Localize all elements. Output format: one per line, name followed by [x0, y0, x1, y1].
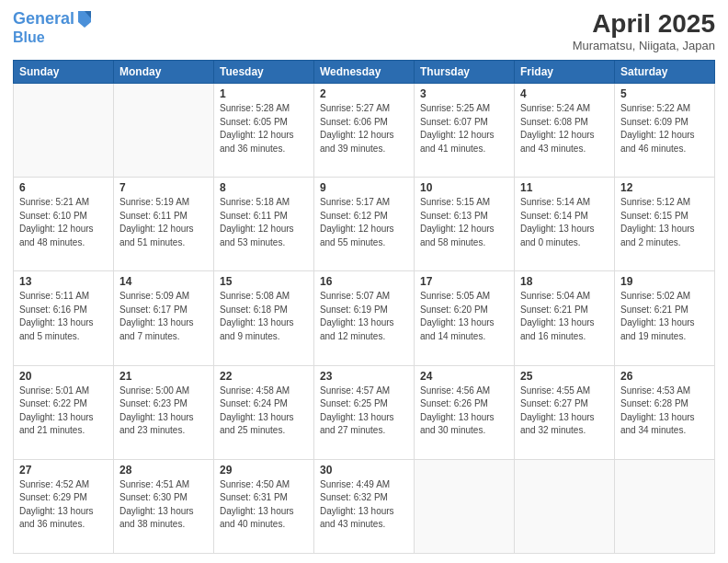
day-number: 13: [19, 275, 108, 288]
day-detail: Sunrise: 4:55 AM Sunset: 6:27 PM Dayligh…: [520, 385, 609, 438]
day-number: 26: [620, 370, 709, 383]
calendar-cell: 2Sunrise: 5:27 AM Sunset: 6:06 PM Daylig…: [314, 84, 415, 178]
day-detail: Sunrise: 5:17 AM Sunset: 6:12 PM Dayligh…: [320, 196, 408, 249]
calendar-cell: 12Sunrise: 5:12 AM Sunset: 6:15 PM Dayli…: [615, 178, 715, 271]
day-detail: Sunrise: 4:56 AM Sunset: 6:26 PM Dayligh…: [420, 385, 508, 438]
calendar-cell: 15Sunrise: 5:08 AM Sunset: 6:18 PM Dayli…: [214, 271, 314, 365]
day-number: 20: [19, 370, 108, 383]
day-detail: Sunrise: 5:08 AM Sunset: 6:18 PM Dayligh…: [220, 290, 308, 343]
calendar-cell: 16Sunrise: 5:07 AM Sunset: 6:19 PM Dayli…: [314, 271, 415, 365]
day-number: 19: [620, 275, 709, 288]
calendar-cell: 7Sunrise: 5:19 AM Sunset: 6:11 PM Daylig…: [114, 178, 214, 271]
day-number: 18: [520, 275, 609, 288]
day-detail: Sunrise: 5:07 AM Sunset: 6:19 PM Dayligh…: [320, 290, 408, 343]
calendar-table: Sunday Monday Tuesday Wednesday Thursday…: [13, 60, 715, 554]
calendar-cell: [114, 84, 214, 178]
col-thursday: Thursday: [415, 61, 515, 84]
calendar-cell: 3Sunrise: 5:25 AM Sunset: 6:07 PM Daylig…: [415, 84, 515, 178]
day-detail: Sunrise: 5:25 AM Sunset: 6:07 PM Dayligh…: [420, 102, 508, 155]
day-detail: Sunrise: 5:01 AM Sunset: 6:22 PM Dayligh…: [19, 385, 108, 438]
calendar-week-3: 20Sunrise: 5:01 AM Sunset: 6:22 PM Dayli…: [14, 365, 715, 459]
day-number: 9: [320, 181, 408, 194]
calendar-cell: 27Sunrise: 4:52 AM Sunset: 6:29 PM Dayli…: [14, 459, 114, 553]
col-tuesday: Tuesday: [214, 61, 314, 84]
day-number: 10: [420, 181, 508, 194]
col-sunday: Sunday: [14, 61, 114, 84]
calendar-cell: 23Sunrise: 4:57 AM Sunset: 6:25 PM Dayli…: [314, 365, 415, 459]
day-number: 30: [320, 464, 408, 477]
day-number: 5: [620, 87, 709, 100]
day-detail: Sunrise: 4:51 AM Sunset: 6:30 PM Dayligh…: [119, 478, 208, 532]
logo-text: General: [13, 10, 74, 29]
day-detail: Sunrise: 5:04 AM Sunset: 6:21 PM Dayligh…: [520, 290, 609, 343]
day-number: 25: [520, 370, 609, 383]
calendar-cell: [615, 459, 715, 553]
calendar-cell: 11Sunrise: 5:14 AM Sunset: 6:14 PM Dayli…: [515, 178, 615, 271]
header: General Blue April 2025 Muramatsu, Niiga…: [13, 9, 715, 52]
day-detail: Sunrise: 5:11 AM Sunset: 6:16 PM Dayligh…: [19, 290, 108, 343]
calendar-week-0: 1Sunrise: 5:28 AM Sunset: 6:05 PM Daylig…: [14, 84, 715, 178]
col-monday: Monday: [114, 61, 214, 84]
day-number: 8: [220, 181, 308, 194]
day-number: 16: [320, 275, 408, 288]
calendar-cell: 1Sunrise: 5:28 AM Sunset: 6:05 PM Daylig…: [214, 84, 314, 178]
calendar-cell: 29Sunrise: 4:50 AM Sunset: 6:31 PM Dayli…: [214, 459, 314, 553]
day-number: 2: [320, 87, 408, 100]
day-detail: Sunrise: 5:02 AM Sunset: 6:21 PM Dayligh…: [620, 290, 709, 343]
calendar-cell: 5Sunrise: 5:22 AM Sunset: 6:09 PM Daylig…: [615, 84, 715, 178]
day-detail: Sunrise: 4:57 AM Sunset: 6:25 PM Dayligh…: [320, 385, 408, 438]
day-detail: Sunrise: 4:49 AM Sunset: 6:32 PM Dayligh…: [320, 478, 408, 532]
day-detail: Sunrise: 5:14 AM Sunset: 6:14 PM Dayligh…: [520, 196, 609, 249]
calendar-cell: 10Sunrise: 5:15 AM Sunset: 6:13 PM Dayli…: [415, 178, 515, 271]
day-detail: Sunrise: 5:18 AM Sunset: 6:11 PM Dayligh…: [220, 196, 308, 249]
day-detail: Sunrise: 5:21 AM Sunset: 6:10 PM Dayligh…: [19, 196, 108, 249]
day-detail: Sunrise: 4:50 AM Sunset: 6:31 PM Dayligh…: [220, 478, 308, 532]
calendar-cell: 6Sunrise: 5:21 AM Sunset: 6:10 PM Daylig…: [14, 178, 114, 271]
day-number: 14: [119, 275, 208, 288]
calendar-cell: 28Sunrise: 4:51 AM Sunset: 6:30 PM Dayli…: [114, 459, 214, 553]
day-number: 4: [520, 87, 609, 100]
day-detail: Sunrise: 5:28 AM Sunset: 6:05 PM Dayligh…: [220, 102, 308, 155]
day-number: 28: [119, 464, 208, 477]
day-number: 27: [19, 464, 108, 477]
calendar-cell: 4Sunrise: 5:24 AM Sunset: 6:08 PM Daylig…: [515, 84, 615, 178]
col-saturday: Saturday: [615, 61, 715, 84]
page: General Blue April 2025 Muramatsu, Niiga…: [0, 0, 728, 563]
calendar-week-1: 6Sunrise: 5:21 AM Sunset: 6:10 PM Daylig…: [14, 178, 715, 271]
calendar-week-4: 27Sunrise: 4:52 AM Sunset: 6:29 PM Dayli…: [14, 459, 715, 553]
calendar-cell: 20Sunrise: 5:01 AM Sunset: 6:22 PM Dayli…: [14, 365, 114, 459]
calendar-cell: 17Sunrise: 5:05 AM Sunset: 6:20 PM Dayli…: [415, 271, 515, 365]
day-detail: Sunrise: 5:24 AM Sunset: 6:08 PM Dayligh…: [520, 102, 609, 155]
col-wednesday: Wednesday: [314, 61, 415, 84]
calendar-cell: [14, 84, 114, 178]
day-number: 1: [220, 87, 308, 100]
title-block: April 2025 Muramatsu, Niigata, Japan: [573, 9, 715, 52]
day-detail: Sunrise: 5:05 AM Sunset: 6:20 PM Dayligh…: [420, 290, 508, 343]
logo-line1: General: [13, 9, 74, 28]
calendar-cell: 13Sunrise: 5:11 AM Sunset: 6:16 PM Dayli…: [14, 271, 114, 365]
day-detail: Sunrise: 4:58 AM Sunset: 6:24 PM Dayligh…: [220, 385, 308, 438]
calendar-cell: 25Sunrise: 4:55 AM Sunset: 6:27 PM Dayli…: [515, 365, 615, 459]
calendar-cell: 19Sunrise: 5:02 AM Sunset: 6:21 PM Dayli…: [615, 271, 715, 365]
day-number: 7: [119, 181, 208, 194]
day-detail: Sunrise: 5:00 AM Sunset: 6:23 PM Dayligh…: [119, 385, 208, 438]
logo-line2: Blue: [13, 29, 45, 46]
day-detail: Sunrise: 4:52 AM Sunset: 6:29 PM Dayligh…: [19, 478, 108, 532]
calendar-cell: 21Sunrise: 5:00 AM Sunset: 6:23 PM Dayli…: [114, 365, 214, 459]
day-number: 15: [220, 275, 308, 288]
day-detail: Sunrise: 5:15 AM Sunset: 6:13 PM Dayligh…: [420, 196, 508, 249]
calendar-cell: 14Sunrise: 5:09 AM Sunset: 6:17 PM Dayli…: [114, 271, 214, 365]
day-number: 6: [19, 181, 108, 194]
calendar-cell: 22Sunrise: 4:58 AM Sunset: 6:24 PM Dayli…: [214, 365, 314, 459]
calendar-cell: 30Sunrise: 4:49 AM Sunset: 6:32 PM Dayli…: [314, 459, 415, 553]
day-detail: Sunrise: 5:12 AM Sunset: 6:15 PM Dayligh…: [620, 196, 709, 249]
day-number: 24: [420, 370, 508, 383]
day-detail: Sunrise: 5:27 AM Sunset: 6:06 PM Dayligh…: [320, 102, 408, 155]
day-number: 21: [119, 370, 208, 383]
logo-icon: [76, 9, 93, 29]
calendar-cell: 9Sunrise: 5:17 AM Sunset: 6:12 PM Daylig…: [314, 178, 415, 271]
day-number: 29: [220, 464, 308, 477]
day-detail: Sunrise: 5:19 AM Sunset: 6:11 PM Dayligh…: [119, 196, 208, 249]
day-number: 12: [620, 181, 709, 194]
calendar-week-2: 13Sunrise: 5:11 AM Sunset: 6:16 PM Dayli…: [14, 271, 715, 365]
